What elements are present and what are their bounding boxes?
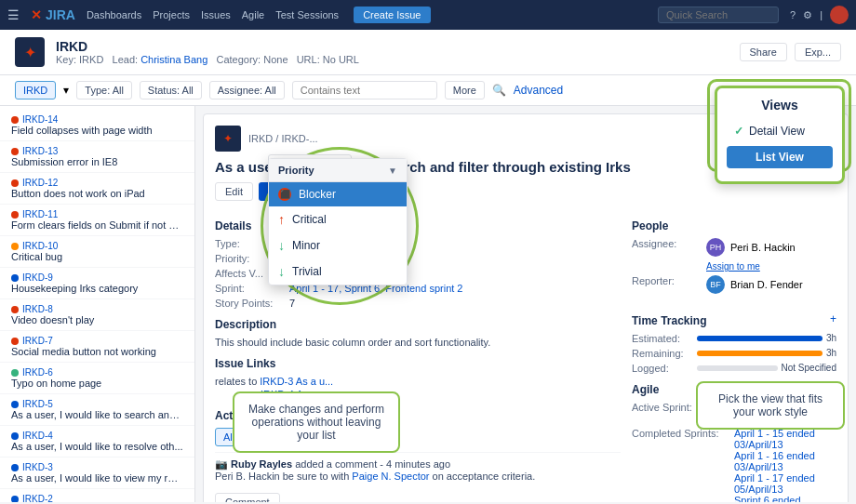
list-item[interactable]: IRKD-14 Field collapses with page width — [0, 110, 194, 141]
project-header: ✦ IRKD Key: IRKD Lead: Christina Bang Ca… — [0, 30, 856, 75]
project-info: IRKD Key: IRKD Lead: Christina Bang Cate… — [56, 39, 359, 65]
type-filter[interactable]: Type: All — [76, 81, 132, 99]
list-item[interactable]: IRKD-3 As a user, I would like to view m… — [0, 458, 194, 489]
list-view-option[interactable]: List View — [727, 146, 833, 168]
contains-text-input[interactable] — [292, 81, 437, 99]
priority-dropdown: Priority ▼ ⬛ Blocker ↑ Critical ↓ Minor … — [268, 158, 408, 285]
views-panel: Views ✓ Detail View List View — [715, 86, 845, 184]
list-item[interactable]: IRKD-8 Video doesn't play — [0, 299, 194, 331]
people-title: People — [632, 219, 836, 232]
blocker-icon: ⬛ — [278, 188, 291, 201]
detail-view-check: ✓ — [734, 125, 743, 138]
assignee-row: Assignee: PH Peri B. Hackin Assign to me — [632, 238, 836, 272]
nav-icons: ? ⚙ | — [790, 6, 849, 24]
nav-agile[interactable]: Agile — [242, 9, 264, 20]
filter-search-icon: 🔍 — [492, 84, 506, 97]
comment-button[interactable]: Comment — [215, 493, 280, 502]
description-title: Description — [215, 318, 621, 331]
changes-callout: Make changes and perform operations with… — [233, 391, 400, 453]
search-input[interactable] — [658, 7, 779, 23]
nav-issues[interactable]: Issues — [201, 9, 231, 20]
project-name: IRKD — [56, 39, 359, 54]
reporter-row: Reporter: BF Brian D. Fender — [632, 275, 836, 298]
breadcrumb: IRKD / IRKD-... — [248, 133, 318, 144]
menu-icon[interactable]: ☰ — [7, 7, 20, 22]
advanced-link[interactable]: Advanced — [514, 84, 563, 97]
nav-test-sessions[interactable]: Test Sessions — [275, 9, 339, 20]
detail-right: People Assignee: PH Peri B. Hackin Assig… — [632, 210, 836, 502]
detail-view-option[interactable]: ✓ Detail View — [727, 120, 833, 142]
mention-link[interactable]: Paige N. Spector — [352, 471, 429, 482]
priority-option-blocker[interactable]: ⬛ Blocker — [269, 182, 407, 206]
issue-project-logo: ✦ — [215, 126, 241, 152]
assignee-person: PH Peri B. Hackin — [706, 238, 796, 257]
logged-row: Logged: Not Specified — [632, 363, 836, 374]
lead-link[interactable]: Christina Bang — [140, 54, 207, 65]
views-title: Views — [727, 98, 833, 113]
comment-item: 📷 Ruby Rayles added a comment - 4 minute… — [215, 452, 621, 487]
time-tracking-section: Time Tracking + Estimated: 3h Remaining:… — [632, 305, 836, 374]
filter-sep1: ▾ — [63, 84, 69, 97]
project-header-actions: Share Exp... — [740, 43, 841, 61]
status-filter[interactable]: Status: All — [140, 81, 202, 99]
nav-projects[interactable]: Projects — [153, 9, 190, 20]
edit-button[interactable]: Edit — [215, 182, 253, 201]
export-button[interactable]: Exp... — [795, 43, 841, 61]
more-filter[interactable]: More — [445, 81, 485, 99]
priority-option-critical[interactable]: ↑ Critical — [269, 206, 407, 232]
list-item[interactable]: IRKD-4 As a user, I would like to resolv… — [0, 426, 194, 458]
user-avatar[interactable] — [830, 6, 849, 24]
top-nav: ☰ ✕ JIRA Dashboards Projects Issues Agil… — [0, 0, 856, 30]
assignee-filter[interactable]: Assignee: All — [209, 81, 285, 99]
project-meta: Key: IRKD Lead: Christina Bang Category:… — [56, 54, 359, 65]
story-points-row: Story Points: 7 — [215, 298, 621, 309]
views-callout: Pick the view that fits your work style — [696, 381, 845, 430]
share-button[interactable]: Share — [740, 43, 787, 61]
help-icon[interactable]: ? — [790, 9, 796, 20]
list-item[interactable]: IRKD-2 As a user, I would like to attach… — [0, 489, 194, 502]
time-tracking-title: Time Tracking — [632, 314, 706, 327]
project-logo: ✦ — [15, 37, 45, 67]
description-text: This should include basic column order a… — [215, 337, 621, 348]
nav-dashboards[interactable]: Dashboards — [87, 9, 141, 20]
assignee-avatar: PH — [706, 238, 725, 257]
reporter-person: BF Brian D. Fender — [706, 275, 803, 294]
assign-to-me-link[interactable]: Assign to me — [706, 261, 760, 272]
create-issue-button[interactable]: Create Issue — [354, 7, 430, 23]
priority-option-minor[interactable]: ↓ Minor — [269, 232, 407, 259]
trivial-icon: ↓ — [278, 264, 285, 279]
issue-links-title: Issue Links — [215, 357, 621, 370]
completed-sprints-row: Completed Sprints: April 1 - 15 ended 03… — [632, 428, 836, 502]
list-item[interactable]: IRKD-5 As a user, I would like to search… — [0, 394, 194, 426]
list-item[interactable]: IRKD-11 Form clears fields on Submit if … — [0, 205, 194, 236]
jira-logo: ✕ JIRA — [31, 7, 75, 22]
list-item[interactable]: IRKD-7 Social media button not working — [0, 331, 194, 363]
list-item[interactable]: IRKD-9 Housekeeping Irks category — [0, 268, 194, 299]
add-time-icon[interactable]: + — [830, 312, 836, 325]
minor-icon: ↓ — [278, 238, 285, 253]
remaining-row: Remaining: 3h — [632, 348, 836, 359]
reporter-avatar: BF — [706, 275, 725, 294]
list-item[interactable]: IRKD-13 Submission error in IE8 — [0, 141, 194, 173]
priority-option-trivial[interactable]: ↓ Trivial — [269, 259, 407, 285]
list-item[interactable]: IRKD-6 Typo on home page — [0, 363, 194, 394]
irkd3-link[interactable]: IRKD-3 As a u... — [260, 376, 333, 387]
irkd-filter[interactable]: IRKD — [15, 81, 56, 99]
list-item[interactable]: IRKD-12 Button does not work on iPad — [0, 173, 194, 205]
people-section: People Assignee: PH Peri B. Hackin Assig… — [632, 219, 836, 298]
issue-list-sidebar: IRKD-14 Field collapses with page width … — [0, 106, 195, 502]
critical-icon: ↑ — [278, 212, 285, 227]
separator: | — [820, 9, 823, 20]
settings-icon[interactable]: ⚙ — [803, 9, 812, 21]
list-item[interactable]: IRKD-10 Critical bug — [0, 236, 194, 268]
dropdown-header: Priority ▼ — [269, 159, 407, 182]
issue-link-1: relates to IRKD-3 As a u... — [215, 376, 621, 387]
estimated-row: Estimated: 3h — [632, 333, 836, 344]
